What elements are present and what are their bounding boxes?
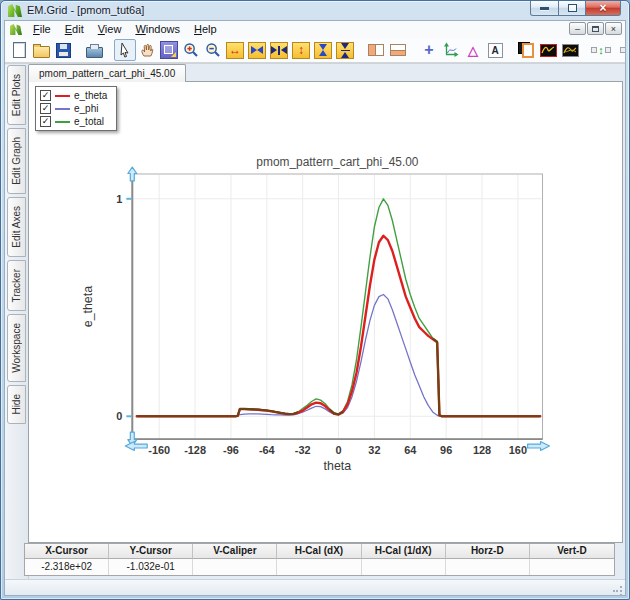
readout-header: Horz-D xyxy=(446,544,530,559)
sidebar-tabs: Edit PlotsEdit GraphEdit AxesTrackerWork… xyxy=(5,65,29,579)
sidebar-tab-hide[interactable]: Hide xyxy=(7,385,26,424)
sidebar-tab-edit-plots[interactable]: Edit Plots xyxy=(7,65,26,125)
menu-help[interactable]: Help xyxy=(187,22,224,37)
chart[interactable]: 01-160-128-96-64-320326496128160pmom_pat… xyxy=(29,82,622,542)
svg-text:pmom_pattern_cart_phi_45.00: pmom_pattern_cart_phi_45.00 xyxy=(256,155,418,169)
work-area: Edit PlotsEdit GraphEdit AxesTrackerWork… xyxy=(5,63,625,595)
zoom-out-button[interactable] xyxy=(202,39,224,61)
arrange-vertical-button[interactable]: ↕ xyxy=(590,39,612,61)
readout-value xyxy=(193,559,277,575)
center-y-button[interactable] xyxy=(334,39,356,61)
legend-label: e_total xyxy=(74,116,104,127)
plot-panel: 01-160-128-96-64-320326496128160pmom_pat… xyxy=(28,81,623,543)
mdi-restore-button[interactable] xyxy=(587,22,604,35)
sidebar-tab-label: Edit Graph xyxy=(11,137,22,185)
title-bar[interactable]: EM.Grid - [pmom_tut6a] × xyxy=(1,1,629,20)
sidebar-tab-tracker[interactable]: Tracker xyxy=(7,260,26,312)
mdi-close-button[interactable]: × xyxy=(605,22,622,35)
resize-grip[interactable] xyxy=(613,583,622,592)
legend-row-e_total: ✓e_total xyxy=(40,116,107,127)
svg-text:e_theta: e_theta xyxy=(81,286,95,327)
menu-edit[interactable]: Edit xyxy=(58,22,91,37)
svg-text:32: 32 xyxy=(368,444,380,456)
new-file-button[interactable] xyxy=(8,39,30,61)
status-bar xyxy=(5,579,625,595)
shrink-y-button[interactable] xyxy=(312,39,334,61)
arrange-horizontal-button[interactable]: ↔ xyxy=(621,39,625,61)
menu-windows[interactable]: Windows xyxy=(128,22,187,37)
readout-value: -1.032e-01 xyxy=(109,559,193,575)
expand-y-icon: ↕ xyxy=(292,42,310,59)
print-icon xyxy=(86,43,103,58)
caliper-icon: △ xyxy=(468,44,478,57)
print-button[interactable] xyxy=(83,39,105,61)
mdi-buttons: – × xyxy=(569,22,622,35)
readout-value xyxy=(446,559,530,575)
pointer-tool-button[interactable] xyxy=(114,39,136,61)
pan-hand-icon xyxy=(139,42,155,58)
sidebar-tab-label: Hide xyxy=(11,394,22,415)
menu-view[interactable]: View xyxy=(91,22,129,37)
close-button[interactable]: × xyxy=(586,1,621,16)
sidebar-tab-label: Edit Axes xyxy=(11,206,22,248)
shrink-x-button[interactable] xyxy=(246,39,268,61)
plot-style-icon xyxy=(540,44,557,57)
legend-row-e_theta: ✓e_theta xyxy=(40,90,107,101)
legend-checkbox-e_phi[interactable]: ✓ xyxy=(40,103,51,114)
readout-header: H-Cal (dX) xyxy=(277,544,361,559)
menu-items: FileEditViewWindowsHelp xyxy=(26,22,224,37)
split-horizontal-button[interactable] xyxy=(387,39,409,61)
readout-value xyxy=(362,559,446,575)
legend-checkbox-e_total[interactable]: ✓ xyxy=(40,116,51,127)
zoom-in-button[interactable] xyxy=(180,39,202,61)
split-vertical-button[interactable] xyxy=(365,39,387,61)
legend-row-e_phi: ✓e_phi xyxy=(40,103,107,114)
open-file-icon xyxy=(33,43,50,58)
zoom-in-icon xyxy=(183,42,199,58)
zoom-out-icon xyxy=(205,42,221,58)
svg-text:96: 96 xyxy=(440,444,452,456)
axes-tool-button[interactable] xyxy=(440,39,462,61)
minimize-button[interactable] xyxy=(530,1,559,16)
legend-label: e_theta xyxy=(74,90,107,101)
caliper-button[interactable]: △ xyxy=(462,39,484,61)
expand-x-button[interactable]: ↔ xyxy=(224,39,246,61)
zoom-window-button[interactable] xyxy=(158,39,180,61)
expand-y-button[interactable]: ↕ xyxy=(290,39,312,61)
mdi-minimize-button[interactable]: – xyxy=(569,22,586,35)
pan-hand-button[interactable] xyxy=(136,39,158,61)
sidebar-tab-label: Edit Plots xyxy=(11,74,22,116)
mdi-document-icon[interactable] xyxy=(10,24,22,35)
cursor-readout-table: X-CursorY-CursorV-CaliperH-Cal (dX)H-Cal… xyxy=(24,543,615,576)
document-tab[interactable]: pmom_pattern_cart_phi_45.00 xyxy=(28,64,186,82)
window-title: EM.Grid - [pmom_tut6a] xyxy=(27,4,144,16)
sidebar-tab-edit-graph[interactable]: Edit Graph xyxy=(7,128,26,194)
app-window: EM.Grid - [pmom_tut6a] × FileEditViewWin… xyxy=(0,0,630,600)
svg-text:-32: -32 xyxy=(295,444,311,456)
readout-header: V-Caliper xyxy=(193,544,277,559)
plot-legend: ✓e_theta✓e_phi✓e_total xyxy=(35,86,117,131)
sidebar-tab-label: Tracker xyxy=(11,269,22,303)
new-file-icon xyxy=(13,42,26,58)
app-icon xyxy=(8,4,22,17)
svg-text:-160: -160 xyxy=(148,444,170,456)
save-button[interactable] xyxy=(52,39,74,61)
sidebar-tab-workspace[interactable]: Workspace xyxy=(7,314,26,382)
plot-style-button[interactable] xyxy=(537,39,559,61)
split-vertical-icon xyxy=(368,44,384,56)
center-x-button[interactable] xyxy=(268,39,290,61)
sidebar-tab-edit-axes[interactable]: Edit Axes xyxy=(7,197,26,257)
menu-file[interactable]: File xyxy=(26,22,58,37)
svg-text:64: 64 xyxy=(404,444,416,456)
legend-checkbox-e_theta[interactable]: ✓ xyxy=(40,90,51,101)
multi-plot-button[interactable] xyxy=(559,39,581,61)
layers-button[interactable] xyxy=(515,39,537,61)
client-area: FileEditViewWindowsHelp – × ↔↕+△A↕↔Layou… xyxy=(4,20,626,596)
maximize-button[interactable] xyxy=(559,1,586,16)
crosshair-button[interactable]: + xyxy=(418,39,440,61)
open-file-button[interactable] xyxy=(30,39,52,61)
text-tool-button[interactable]: A xyxy=(484,39,506,61)
svg-text:theta: theta xyxy=(324,459,352,473)
legend-line-swatch xyxy=(55,95,70,97)
svg-text:-96: -96 xyxy=(223,444,239,456)
